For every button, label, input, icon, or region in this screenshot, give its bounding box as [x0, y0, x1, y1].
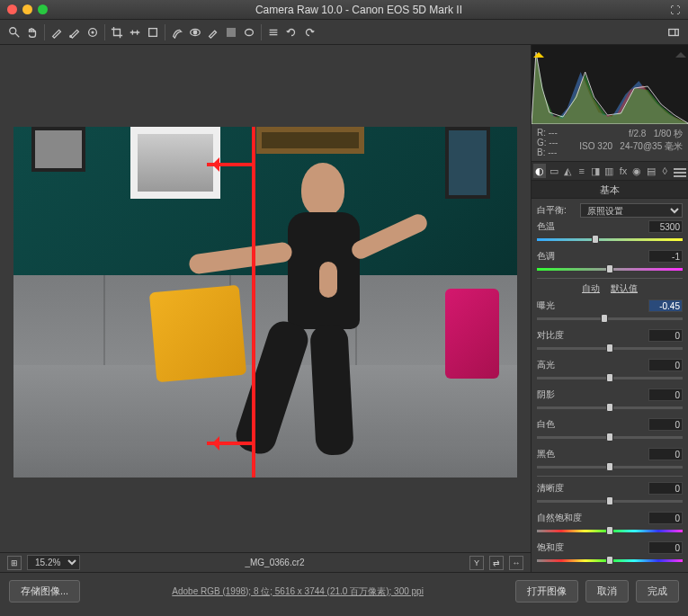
open-image-button[interactable]: 打开图像	[515, 580, 578, 603]
default-link[interactable]: 默认值	[611, 283, 638, 293]
annotation-arrow	[207, 442, 252, 445]
white-balance-tool-icon[interactable]	[48, 23, 66, 41]
tab-fx-icon[interactable]: fx	[617, 164, 630, 178]
zoom-select[interactable]: 15.2%	[27, 555, 80, 570]
highlights-value[interactable]	[648, 359, 683, 371]
tab-curve-icon[interactable]: ▭	[547, 164, 559, 178]
highlights-slider[interactable]	[537, 374, 683, 381]
annotation-arrow	[207, 163, 252, 166]
straighten-tool-icon[interactable]	[126, 23, 144, 41]
window-controls	[7, 4, 48, 14]
maximize-window[interactable]	[38, 4, 48, 14]
tab-hsl-icon[interactable]: ≡	[575, 164, 587, 178]
contrast-slider[interactable]	[537, 344, 683, 352]
blacks-value[interactable]	[648, 448, 683, 460]
b-value: B: ---	[537, 147, 573, 157]
graduated-filter-tool-icon[interactable]	[222, 23, 240, 41]
tint-label: 色调	[537, 250, 580, 263]
vibrance-label: 自然饱和度	[537, 512, 591, 524]
canvas-area: ⊞ 15.2% _MG_0366.cr2 Y ⇄ ↔	[0, 45, 531, 572]
copy-settings-icon[interactable]: ↔	[509, 556, 523, 570]
histogram[interactable]	[532, 45, 688, 124]
workflow-options-link[interactable]: Adobe RGB (1998); 8 位; 5616 x 3744 (21.0…	[87, 585, 508, 598]
clarity-label: 清晰度	[537, 482, 580, 495]
rotate-cw-icon[interactable]	[300, 23, 318, 41]
svg-rect-8	[228, 28, 236, 36]
minimize-window[interactable]	[22, 4, 32, 14]
shadows-label: 阴影	[537, 388, 580, 401]
whites-value[interactable]	[648, 418, 683, 431]
done-button[interactable]: 完成	[636, 580, 679, 603]
panel-title: 基本	[532, 181, 688, 199]
bottom-bar: 存储图像... Adobe RGB (1998); 8 位; 5616 x 37…	[0, 572, 688, 610]
radial-filter-tool-icon[interactable]	[240, 23, 258, 41]
wb-select[interactable]: 原照设置	[580, 203, 683, 218]
zoom-tool-icon[interactable]	[5, 23, 23, 41]
vibrance-value[interactable]	[648, 512, 683, 524]
color-sampler-tool-icon[interactable]	[66, 23, 84, 41]
filename: _MG_0366.cr2	[245, 558, 304, 567]
shadows-value[interactable]	[648, 388, 683, 401]
transform-tool-icon[interactable]	[144, 23, 162, 41]
canvas-viewport[interactable]	[0, 45, 531, 552]
hand-tool-icon[interactable]	[23, 23, 41, 41]
crop-tool-icon[interactable]	[108, 23, 126, 41]
auto-link[interactable]: 自动	[582, 283, 600, 293]
tint-slider[interactable]	[537, 265, 683, 272]
whites-slider[interactable]	[537, 433, 683, 441]
tab-lens-icon[interactable]: ▥	[603, 164, 615, 178]
canvas-footer: ⊞ 15.2% _MG_0366.cr2 Y ⇄ ↔	[0, 552, 531, 572]
svg-line-1	[15, 32, 19, 36]
tab-basic-icon[interactable]: ◐	[533, 164, 546, 178]
exif-info: R: --- G: --- B: --- f/2.8 1/80 秒 ISO 32…	[532, 124, 688, 161]
titlebar: Camera Raw 10.0 - Canon EOS 5D Mark II ⛶	[0, 0, 688, 20]
tint-value[interactable]	[648, 250, 683, 263]
clarity-slider[interactable]	[537, 497, 683, 504]
tab-camera-icon[interactable]: ◉	[630, 164, 643, 178]
temp-value[interactable]	[648, 220, 683, 233]
cancel-button[interactable]: 取消	[585, 580, 629, 603]
svg-point-4	[92, 31, 94, 33]
before-after-toggle[interactable]: Y	[469, 556, 484, 570]
panel-tabs: ◐ ▭ ◭ ≡ ◨ ▥ fx ◉ ▤ ◊	[532, 161, 688, 181]
side-panel: R: --- G: --- B: --- f/2.8 1/80 秒 ISO 32…	[531, 45, 688, 572]
fullscreen-icon[interactable]: ⛶	[670, 4, 681, 15]
highlight-clip-warning-icon[interactable]	[675, 47, 686, 58]
filmstrip-toggle-icon[interactable]	[665, 23, 683, 41]
zoom-grid-icon[interactable]: ⊞	[7, 556, 22, 570]
adjustment-brush-tool-icon[interactable]	[204, 23, 222, 41]
red-eye-tool-icon[interactable]	[186, 23, 204, 41]
saturation-slider[interactable]	[537, 557, 683, 564]
shadows-slider[interactable]	[537, 404, 683, 411]
wb-label: 白平衡:	[537, 204, 580, 217]
rotate-ccw-icon[interactable]	[282, 23, 300, 41]
exposure-value[interactable]	[648, 299, 683, 312]
spot-removal-tool-icon[interactable]	[168, 23, 186, 41]
blacks-slider[interactable]	[537, 463, 683, 470]
tab-presets-icon[interactable]: ▤	[645, 164, 657, 178]
vibrance-slider[interactable]	[537, 527, 683, 534]
contrast-value[interactable]	[648, 329, 683, 342]
exposure-slider[interactable]	[537, 315, 683, 322]
panel-menu-icon[interactable]	[674, 164, 686, 178]
tab-snapshots-icon[interactable]: ◊	[658, 164, 671, 178]
swap-icon[interactable]: ⇄	[489, 556, 504, 570]
saturation-label: 饱和度	[537, 541, 580, 554]
shadow-clip-warning-icon[interactable]	[533, 47, 544, 58]
tab-split-icon[interactable]: ◨	[589, 164, 602, 178]
contrast-label: 对比度	[537, 329, 580, 342]
targeted-adjustment-tool-icon[interactable]	[84, 23, 102, 41]
blacks-label: 黑色	[537, 448, 580, 460]
preferences-icon[interactable]	[264, 23, 282, 41]
tab-detail-icon[interactable]: ◭	[561, 164, 574, 178]
close-window[interactable]	[7, 4, 17, 14]
toolbar	[0, 20, 688, 45]
annotation-line	[252, 127, 255, 478]
clarity-value[interactable]	[648, 482, 683, 495]
basic-controls: 白平衡: 原照设置 色温 色调 自动默认值 曝光 对比度 高光 阴影 白色 黑色…	[532, 199, 688, 572]
svg-rect-5	[149, 28, 157, 36]
saturation-value[interactable]	[648, 541, 683, 554]
save-image-button[interactable]: 存储图像...	[9, 580, 80, 603]
temp-label: 色温	[537, 220, 580, 233]
temp-slider[interactable]	[537, 236, 683, 243]
